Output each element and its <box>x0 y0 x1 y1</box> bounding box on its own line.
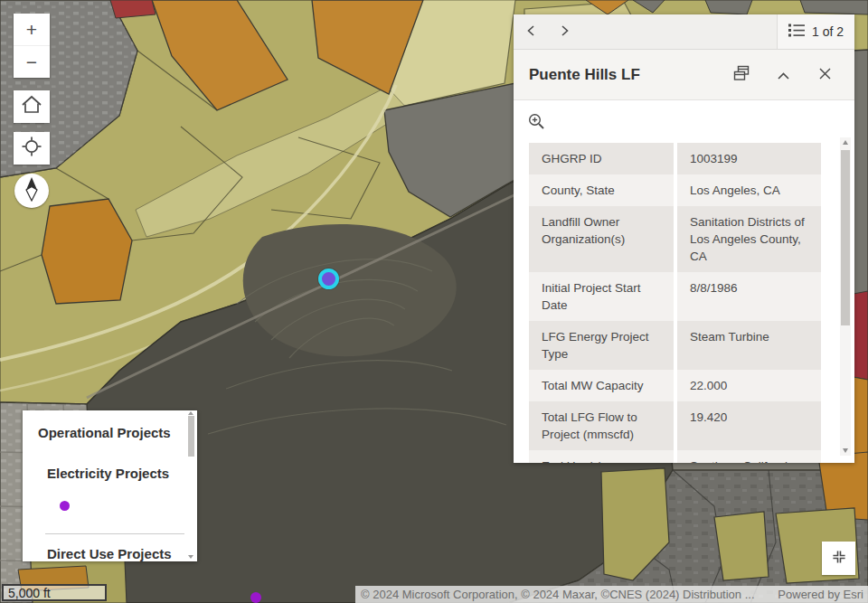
dock-popup-button[interactable] <box>721 59 762 91</box>
scroll-down-icon[interactable] <box>843 448 848 453</box>
field-label: Total MW Capacity <box>529 370 674 401</box>
legend-layer-electricity: Electricity Projects <box>47 466 184 481</box>
popup-title-bar: Puente Hills LF <box>514 50 854 100</box>
locate-icon <box>21 136 42 161</box>
field-value: 19.420 <box>677 401 821 450</box>
field-label: Total LFG Flow to Project (mmscfd) <box>529 401 674 450</box>
toggle-fullscreen-button[interactable] <box>822 542 855 575</box>
legend-scroll-down-icon[interactable] <box>188 555 193 559</box>
home-icon <box>21 95 42 118</box>
legend-scrollbar-thumb[interactable] <box>188 416 194 457</box>
chevron-left-icon <box>526 24 536 40</box>
field-label: GHGRP ID <box>529 143 674 174</box>
field-value: 22.000 <box>677 370 821 401</box>
locate-button[interactable] <box>14 132 50 165</box>
legend-panel: Operational Projects Electricity Project… <box>23 410 197 561</box>
legend-divider <box>45 533 184 534</box>
collapse-popup-button[interactable] <box>762 59 804 91</box>
field-row-landfill-owner: Landfill Owner Organization(s) Sanitatio… <box>529 206 821 272</box>
chevron-up-icon <box>778 67 789 83</box>
legend-title: Operational Projects <box>38 425 184 440</box>
next-feature-button[interactable] <box>552 19 577 44</box>
field-value: Los Angeles, CA <box>677 174 821 206</box>
field-label: Landfill Owner Organization(s) <box>529 206 674 272</box>
popup-scrollbar-thumb[interactable] <box>841 150 850 325</box>
home-button[interactable] <box>14 90 50 123</box>
zoom-control: + − <box>14 14 50 78</box>
field-row-project-type: LFG Energy Project Type Steam Turbine <box>529 321 821 370</box>
zoom-out-button[interactable]: − <box>14 45 50 78</box>
field-row-lfg-flow: Total LFG Flow to Project (mmscfd) 19.42… <box>529 401 821 450</box>
field-row-ghgrp-id: GHGRP ID 1003199 <box>529 143 821 174</box>
field-value: 1003199 <box>677 143 821 174</box>
field-value: Southern California <box>677 450 821 463</box>
pager-count-label: 1 of 2 <box>812 24 844 39</box>
close-icon <box>819 67 831 83</box>
zoom-in-button[interactable]: + <box>14 14 50 45</box>
legend-layer-direct-use: Direct Use Projects <box>47 546 184 561</box>
attribute-table: GHGRP ID 1003199 County, State Los Angel… <box>529 143 821 463</box>
zoom-to-feature-button[interactable] <box>523 111 546 135</box>
feature-popup: 1 of 2 Puente Hills LF <box>514 14 854 463</box>
chevron-right-icon <box>560 24 570 40</box>
powered-by-esri: Powered by Esri <box>778 588 863 601</box>
field-row-mw-capacity: Total MW Capacity 22.000 <box>529 370 821 401</box>
field-row-county-state: County, State Los Angeles, CA <box>529 174 821 206</box>
popup-pager-bar: 1 of 2 <box>514 14 854 50</box>
project-marker[interactable] <box>250 592 261 603</box>
electricity-swatch <box>60 501 70 511</box>
field-label: LFG Energy Project Type <box>529 321 674 370</box>
scroll-up-icon[interactable] <box>843 140 848 145</box>
legend-scroll-up-icon[interactable] <box>188 411 193 415</box>
scale-bar: 5,000 ft <box>2 584 107 601</box>
dock-icon <box>732 64 750 86</box>
field-value: 8/8/1986 <box>677 272 821 321</box>
compass-icon <box>22 176 42 205</box>
map-viewer: + − Operational Projects Electr <box>0 0 868 603</box>
field-value: Steam Turbine <box>677 321 821 370</box>
list-icon <box>788 24 805 40</box>
field-row-end-use: End Use(s) Southern California <box>529 450 821 463</box>
feature-pager-count[interactable]: 1 of 2 <box>777 14 854 49</box>
field-row-start-date: Initial Project Start Date 8/8/1986 <box>529 272 821 321</box>
field-label: County, State <box>529 174 674 206</box>
selected-feature-marker[interactable] <box>318 269 339 289</box>
field-value: Sanitation Districts of Los Angeles Coun… <box>677 206 821 272</box>
previous-feature-button[interactable] <box>518 19 543 44</box>
collapse-icon <box>829 547 849 570</box>
compass-button[interactable] <box>14 174 49 208</box>
close-popup-button[interactable] <box>804 59 845 91</box>
field-label: Initial Project Start Date <box>529 272 674 321</box>
field-label: End Use(s) <box>529 450 674 463</box>
popup-title: Puente Hills LF <box>529 66 721 84</box>
popup-content: GHGRP ID 1003199 County, State Los Angel… <box>514 100 854 463</box>
attribution-sources: © 2024 Microsoft Corporation, © 2024 Max… <box>361 588 765 601</box>
scale-bar-label: 5,000 ft <box>8 586 51 600</box>
popup-scrollbar[interactable] <box>840 137 851 456</box>
attribution-bar: © 2024 Microsoft Corporation, © 2024 Max… <box>355 586 868 603</box>
zoom-to-icon <box>528 113 545 133</box>
